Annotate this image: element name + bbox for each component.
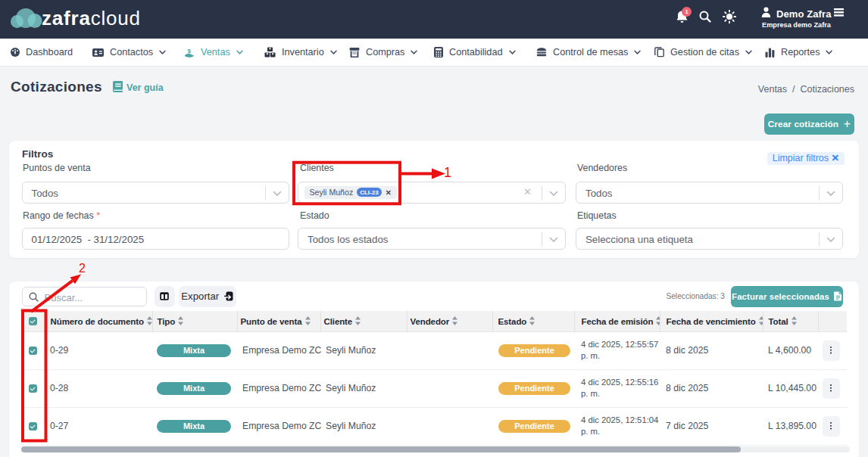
svg-text:2: 2 bbox=[79, 262, 86, 275]
svg-text:$: $ bbox=[187, 48, 191, 54]
